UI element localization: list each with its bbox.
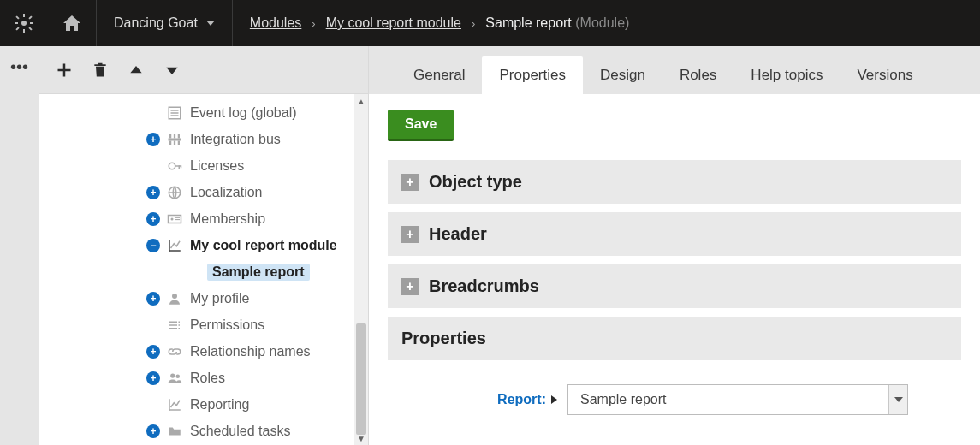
breadcrumb-current: Sample report (Module) <box>485 15 629 31</box>
tree-item-label: Localization <box>190 185 263 200</box>
svg-rect-17 <box>174 134 175 139</box>
tab-help-topics[interactable]: Help topics <box>734 56 840 94</box>
tabs: GeneralPropertiesDesignRolesHelp topicsV… <box>369 46 980 94</box>
accordion-header[interactable]: +Header <box>388 212 961 256</box>
svg-rect-3 <box>15 22 18 24</box>
tree-item[interactable]: +My profile <box>42 285 368 312</box>
logo-icon[interactable] <box>0 0 48 46</box>
expand-icon: + <box>401 226 419 243</box>
tree-item[interactable]: +Scheduled tasks <box>42 418 368 444</box>
chart-icon <box>166 237 183 253</box>
scrollbar[interactable]: ▲ ▼ <box>354 94 368 445</box>
tree-item-label: Sample report <box>207 264 310 281</box>
tree-item-label: My profile <box>190 291 249 306</box>
tree-item[interactable]: +Roles <box>42 365 368 391</box>
svg-rect-38 <box>179 324 181 326</box>
chart-icon <box>166 396 183 412</box>
more-icon[interactable]: ••• <box>10 58 28 75</box>
tree-item[interactable]: Reporting <box>42 391 368 418</box>
report-select[interactable]: Sample report <box>567 384 908 415</box>
tree-item[interactable]: Sample report <box>42 258 368 285</box>
accordion-properties[interactable]: +Properties <box>388 317 961 360</box>
svg-point-0 <box>21 21 27 26</box>
key-icon <box>166 157 183 174</box>
svg-rect-23 <box>175 165 181 167</box>
tab-panel: Save +Object type+Header+Breadcrumbs+Pro… <box>369 94 980 445</box>
expand-icon[interactable]: + <box>146 292 160 306</box>
report-label[interactable]: Report: <box>388 392 567 407</box>
svg-rect-21 <box>178 140 180 145</box>
breadcrumb: Modules › My cool report module › Sample… <box>232 0 630 46</box>
svg-rect-24 <box>179 165 181 169</box>
tab-design[interactable]: Design <box>583 56 662 94</box>
svg-rect-39 <box>179 328 181 329</box>
breadcrumb-item[interactable]: My cool report module <box>326 15 461 31</box>
tab-general[interactable]: General <box>396 56 482 94</box>
svg-rect-7 <box>15 27 19 30</box>
svg-rect-43 <box>169 409 181 411</box>
site-name: Dancing Goat <box>114 15 198 31</box>
svg-point-33 <box>172 294 177 299</box>
expand-icon[interactable]: + <box>146 371 160 385</box>
tree-item-label: Scheduled tasks <box>190 424 290 439</box>
home-icon[interactable] <box>48 0 96 46</box>
expand-icon[interactable]: + <box>146 212 160 226</box>
tree-item[interactable]: +Membership <box>42 205 368 232</box>
tree-item-label: Permissions <box>190 317 264 333</box>
chevron-down-icon[interactable] <box>888 385 907 414</box>
accordion-object-type[interactable]: +Object type <box>388 160 961 204</box>
expand-icon[interactable]: + <box>146 345 160 359</box>
tab-properties[interactable]: Properties <box>482 56 582 94</box>
delete-button[interactable] <box>88 58 112 82</box>
breadcrumb-root[interactable]: Modules <box>250 15 301 31</box>
svg-rect-31 <box>169 240 170 252</box>
scroll-up-icon[interactable]: ▲ <box>354 94 368 108</box>
move-down-button[interactable] <box>160 58 184 82</box>
tab-roles[interactable]: Roles <box>662 56 734 94</box>
chevron-right-icon: › <box>472 17 475 30</box>
accordion-title: Header <box>429 224 487 244</box>
tree-item-label: Relationship names <box>190 344 311 359</box>
move-up-button[interactable] <box>124 58 148 82</box>
site-switcher[interactable]: Dancing Goat <box>96 0 232 46</box>
report-field-row: Report: Sample report <box>388 384 961 415</box>
add-button[interactable] <box>52 58 76 82</box>
svg-rect-32 <box>169 250 181 252</box>
tree-item[interactable]: +Localization <box>42 179 368 205</box>
tree-item[interactable]: +Integration bus <box>42 126 368 152</box>
tab-versions[interactable]: Versions <box>840 56 930 94</box>
list-icon <box>166 104 183 121</box>
tree-item-label: Event log (global) <box>190 105 297 121</box>
tree-item[interactable]: −My cool report module <box>42 232 368 258</box>
save-button[interactable]: Save <box>388 110 454 141</box>
svg-rect-16 <box>169 134 171 139</box>
accordion-breadcrumbs[interactable]: +Breadcrumbs <box>388 264 961 308</box>
tree-item-label: My cool report module <box>190 238 337 253</box>
tree-item[interactable]: Permissions <box>42 312 368 338</box>
expand-icon: + <box>401 174 419 191</box>
collapse-icon[interactable]: − <box>146 239 160 252</box>
svg-point-40 <box>170 373 175 377</box>
svg-rect-36 <box>169 328 177 329</box>
tree-item[interactable]: Event log (global) <box>42 99 368 126</box>
globe-icon <box>166 184 183 200</box>
scroll-down-icon[interactable]: ▼ <box>354 431 368 445</box>
expand-icon[interactable]: + <box>146 186 160 199</box>
svg-rect-30 <box>175 219 180 220</box>
toggle-spacer <box>169 265 182 279</box>
tree-item[interactable]: Licenses <box>42 152 368 179</box>
tree-item[interactable]: +Relationship names <box>42 338 368 365</box>
tree-item-label: Reporting <box>190 397 249 412</box>
scroll-thumb[interactable] <box>356 323 366 435</box>
svg-rect-35 <box>169 324 177 326</box>
expand-icon[interactable]: + <box>146 133 160 146</box>
svg-rect-1 <box>23 14 25 17</box>
perm-icon <box>166 317 183 333</box>
svg-rect-5 <box>15 15 19 19</box>
tree-panel: Event log (global)+Integration busLicens… <box>39 94 368 445</box>
user-icon <box>166 290 183 306</box>
svg-rect-29 <box>175 217 180 218</box>
svg-point-28 <box>171 217 174 220</box>
expand-icon[interactable]: + <box>146 424 160 438</box>
tree-item-label: Licenses <box>190 158 244 174</box>
